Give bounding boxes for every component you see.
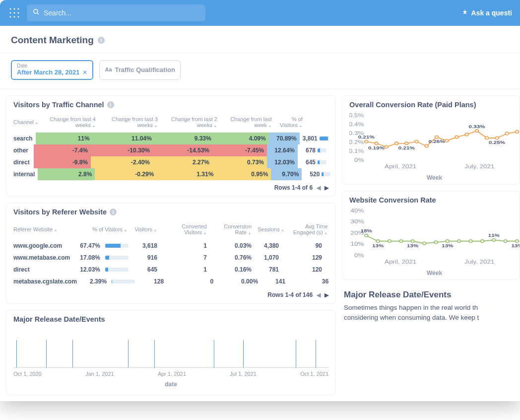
column-header[interactable]: Converted Visitors▲ [160, 221, 210, 238]
column-header[interactable]: Change from last week▲ [220, 114, 275, 131]
topbar: Ask a questi [0, 0, 520, 26]
svg-point-48 [365, 234, 368, 237]
next-page-icon[interactable]: ▶ [325, 185, 328, 191]
column-header[interactable]: Referer Website▲ [6, 224, 73, 235]
svg-line-10 [37, 13, 39, 15]
table-row[interactable]: other-7.4%-10.30%-14.53%-7.45%12.64%678 [6, 144, 335, 156]
page-header: Content Marketing i [0, 26, 520, 53]
svg-point-31 [485, 137, 489, 140]
info-icon[interactable]: i [110, 209, 117, 215]
column-header[interactable]: Change from last 4 weeks▲ [42, 114, 99, 131]
website-chart: 40%30%20%10%0%April, 2021July, 202118%13… [349, 207, 520, 267]
date-filter[interactable]: Date After March 28, 2021✕ [11, 60, 93, 80]
column-header[interactable]: Conversion Rate▲ [210, 221, 255, 238]
svg-point-52 [411, 240, 414, 243]
svg-point-58 [481, 240, 484, 243]
svg-point-9 [34, 9, 38, 13]
svg-point-24 [415, 140, 418, 143]
search-input[interactable] [44, 9, 199, 17]
table-row[interactable]: internal2.8%-0.29%1.31%0.95%9.70%520 [6, 168, 335, 180]
svg-text:0.4%: 0.4% [349, 121, 364, 128]
svg-text:0.21%: 0.21% [398, 145, 415, 150]
svg-point-34 [516, 131, 519, 134]
table-row[interactable]: www.metabase.com17.08%91670.76%1,070129 [6, 252, 335, 264]
svg-text:13%: 13% [442, 243, 454, 248]
svg-point-27 [445, 140, 449, 142]
svg-text:13%: 13% [511, 243, 520, 248]
text-card-body: Sometimes things happen in the real worl… [344, 304, 478, 311]
card-title: Website Conversion Rate [349, 196, 436, 204]
prev-page-icon[interactable]: ◀ [317, 185, 321, 191]
svg-point-56 [457, 240, 461, 243]
svg-point-19 [365, 140, 368, 143]
svg-point-53 [423, 242, 426, 245]
info-icon[interactable]: i [107, 101, 114, 108]
svg-point-0 [9, 8, 11, 9]
svg-point-2 [17, 8, 19, 9]
prev-page-icon[interactable]: ◀ [317, 292, 321, 298]
search-icon [33, 8, 40, 17]
column-header[interactable]: Avg Time Engaged (s)▲ [288, 221, 335, 238]
svg-point-7 [13, 16, 15, 17]
svg-text:13%: 13% [407, 243, 419, 248]
filters-bar: Date After March 28, 2021✕ AaTraffic Qua… [0, 53, 520, 89]
svg-text:40%: 40% [351, 208, 364, 214]
table-row[interactable]: search11%11.04%9.33%4.09%70.89%3,801 [6, 133, 335, 144]
close-icon[interactable]: ✕ [82, 69, 87, 76]
card-title: Visitors by Traffic Channel [13, 101, 104, 109]
svg-point-61 [516, 240, 519, 243]
ask-label: Ask a questi [471, 9, 512, 17]
channel-pager: Rows 1-4 of 6 ◀ ▶ [6, 180, 335, 192]
plus-icon [461, 9, 468, 17]
svg-point-29 [465, 133, 468, 136]
website-conversion-card: Website Conversion Rate 40%30%20%10%0%Ap… [342, 191, 520, 280]
svg-point-4 [13, 12, 15, 13]
column-header[interactable]: Channel▲ [6, 117, 42, 128]
column-header[interactable]: % of Visitors▲ [275, 114, 306, 131]
svg-text:0.33%: 0.33% [469, 124, 486, 129]
card-title: Major Release Date/Events [13, 315, 105, 323]
referer-table: Referer Website▲% of Visitors▲Visitors▲C… [6, 219, 335, 287]
svg-point-8 [17, 16, 19, 17]
svg-text:0%: 0% [354, 157, 364, 163]
chart-xlabel: Week [349, 270, 520, 277]
svg-point-21 [385, 145, 388, 148]
svg-point-60 [504, 240, 507, 243]
svg-point-30 [475, 130, 479, 133]
traffic-filter[interactable]: AaTraffic Qualification [99, 60, 180, 80]
svg-text:April, 2021: April, 2021 [385, 259, 417, 265]
info-icon[interactable]: i [98, 37, 105, 44]
chart-xlabel: Week [349, 174, 520, 181]
svg-text:10%: 10% [351, 241, 364, 248]
channel-table: Channel▲Change from last 4 weeks▲Change … [6, 112, 335, 180]
svg-point-26 [435, 136, 439, 139]
column-header[interactable]: Sessions▲ [255, 224, 288, 235]
search-box[interactable] [27, 4, 205, 21]
referer-pager: Rows 1-4 of 146 ◀ ▶ [6, 287, 335, 299]
svg-text:0.26%: 0.26% [429, 139, 446, 144]
svg-text:13%: 13% [372, 243, 384, 248]
svg-point-20 [375, 142, 378, 145]
next-page-icon[interactable]: ▶ [325, 292, 328, 298]
column-header[interactable]: Visitors▲ [130, 224, 160, 235]
column-header[interactable]: Change from last 2 weeks▲ [161, 114, 220, 131]
date-filter-label: Date [17, 63, 87, 69]
svg-point-25 [425, 144, 428, 147]
svg-text:0%: 0% [354, 252, 364, 259]
column-header[interactable] [306, 120, 325, 125]
table-row[interactable]: direct-9.8%-2.40%2.27%0.73%12.03%645 [6, 156, 335, 168]
visitors-by-referer-card: Visitors by Referer Websitei Referer Web… [6, 203, 336, 304]
ask-question-button[interactable]: Ask a questi [461, 9, 512, 17]
column-header[interactable]: Change from last 3 weeks▲ [99, 114, 161, 131]
table-row[interactable]: www.google.com67.47%3,61810.03%4,38090 [6, 240, 335, 252]
table-row[interactable]: direct12.03%64510.16%781120 [6, 264, 335, 276]
axis-tick-label: Oct 1, 2020 [13, 371, 42, 377]
traffic-filter-label: Traffic Qualification [115, 66, 175, 73]
svg-point-28 [455, 136, 458, 139]
column-header[interactable]: % of Visitors▲ [73, 224, 130, 235]
svg-point-1 [13, 8, 15, 9]
table-row[interactable]: metabase.cgslate.com2.39%12800.00%14136 [6, 276, 335, 287]
svg-text:0.25%: 0.25% [489, 140, 506, 145]
svg-text:30%: 30% [351, 219, 364, 225]
app-logo[interactable] [8, 6, 21, 19]
